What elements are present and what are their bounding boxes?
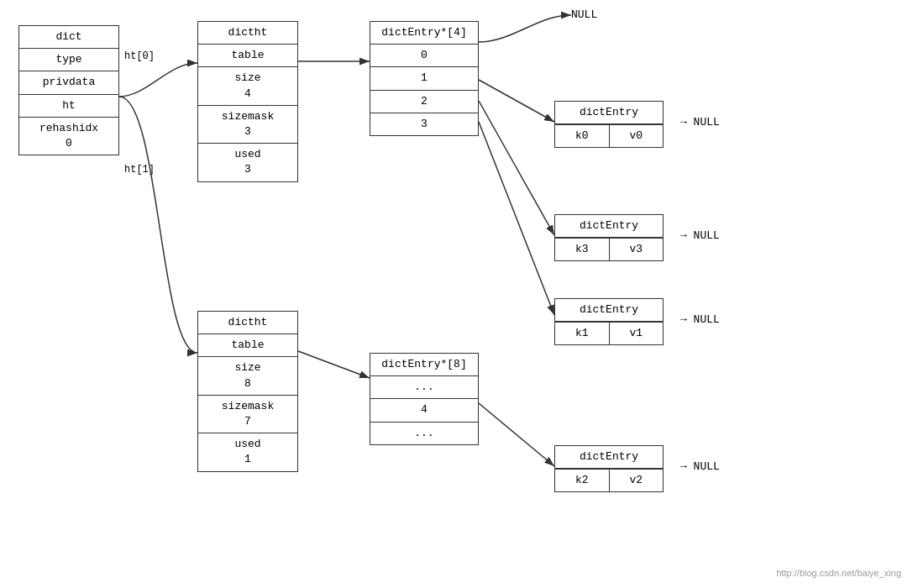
dict-cell-rehashidx: rehashidx0: [19, 118, 118, 155]
dictht0-sizemask: sizemask3: [198, 106, 297, 144]
dictht1-table: table: [198, 334, 297, 357]
entry-k3v3-box: dictEntry k3 v3: [554, 214, 664, 261]
array1-cell4: 4: [370, 399, 478, 422]
dictht0-used: used3: [198, 144, 297, 181]
entry-k1v1-box: dictEntry k1 v1: [554, 298, 664, 345]
svg-line-3: [479, 80, 554, 122]
dict-box: dict type privdata ht rehashidx0: [18, 25, 119, 155]
array0-cell2: 2: [370, 91, 478, 113]
entry-k3v3-k: k3: [555, 239, 610, 260]
array0-box: dictEntry*[4] 0 1 2 3: [370, 21, 479, 136]
array0-cell3: 3: [370, 113, 478, 135]
entry-k2v2-k: k2: [555, 470, 610, 491]
entry-k1v1-k: k1: [555, 323, 610, 344]
entry-k3v3-title: dictEntry: [555, 215, 663, 238]
array0-cell1: 1: [370, 67, 478, 90]
svg-line-2: [298, 351, 370, 378]
dictht1-box: dictht table size8 sizemask7 used1: [197, 311, 298, 472]
dictht0-title: dictht: [198, 22, 297, 45]
watermark: http://blog.csdn.net/baiye_xing: [776, 568, 901, 578]
array1-title: dictEntry*[8]: [370, 354, 478, 376]
dict-cell-privdata: privdata: [19, 71, 118, 94]
array0-cell0: 0: [370, 45, 478, 67]
dictht1-title: dictht: [198, 312, 297, 334]
dictht0-size: size4: [198, 67, 297, 105]
null-top-label: NULL: [571, 8, 597, 21]
entry-k2v2-title: dictEntry: [555, 446, 663, 469]
dictht1-used: used1: [198, 433, 297, 470]
dictht1-size: size8: [198, 357, 297, 395]
array1-dots2: ...: [370, 423, 478, 444]
null-k1v1-label: → NULL: [680, 313, 720, 326]
svg-line-6: [479, 403, 554, 466]
dictht0-box: dictht table size4 sizemask3 used3: [197, 21, 298, 182]
dict-cell-type: type: [19, 49, 118, 71]
ht1-label: ht[1]: [124, 164, 155, 176]
null-k2v2-label: → NULL: [680, 460, 720, 473]
entry-k0v0-v: v0: [610, 125, 664, 147]
svg-line-4: [479, 101, 554, 235]
entry-k0v0-k: k0: [555, 125, 610, 147]
dictht0-table: table: [198, 45, 297, 67]
dict-cell-dict: dict: [19, 26, 118, 49]
entry-k1v1-title: dictEntry: [555, 299, 663, 322]
entry-k1v1-v: v1: [610, 323, 664, 344]
svg-line-5: [479, 122, 554, 315]
dict-cell-ht: ht: [19, 95, 118, 118]
entry-k2v2-v: v2: [610, 470, 664, 491]
null-k3v3-label: → NULL: [680, 229, 720, 242]
null-k0v0-label: → NULL: [680, 116, 720, 129]
array1-box: dictEntry*[8] ... 4 ...: [370, 353, 479, 445]
array0-title: dictEntry*[4]: [370, 22, 478, 45]
ht0-label: ht[0]: [124, 50, 155, 62]
entry-k2v2-box: dictEntry k2 v2: [554, 445, 664, 492]
entry-k3v3-v: v3: [610, 239, 664, 260]
entry-k0v0-box: dictEntry k0 v0: [554, 101, 664, 148]
dictht1-sizemask: sizemask7: [198, 396, 297, 433]
array1-dots1: ...: [370, 376, 478, 399]
entry-k0v0-title: dictEntry: [555, 102, 663, 124]
